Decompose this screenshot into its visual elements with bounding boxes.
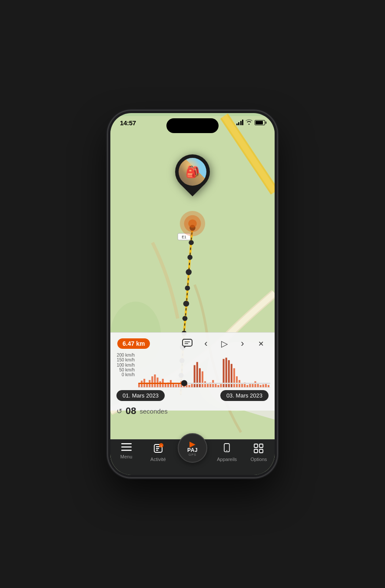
scrubber-track[interactable]	[138, 379, 270, 388]
options-icon	[253, 443, 264, 455]
distance-badge: 6.47 km	[117, 338, 150, 349]
paj-logo: PAJ	[187, 447, 198, 453]
appareils-icon	[222, 443, 232, 455]
tab-options-label: Options	[250, 457, 267, 462]
tab-menu-label: Menu	[120, 454, 133, 459]
svg-rect-20	[183, 339, 192, 346]
status-time: 14:57	[120, 119, 136, 127]
date-start-badge: 01. Mars 2023	[116, 390, 165, 401]
svg-text:E1: E1	[182, 235, 186, 239]
paj-center-button[interactable]: ▶ PAJ GPS	[178, 433, 207, 463]
tab-activite-label: Activité	[150, 457, 166, 462]
tab-appareils[interactable]: Appareils	[214, 443, 240, 462]
activite-icon: !	[153, 443, 163, 455]
playback-value: 08	[126, 405, 136, 417]
chart-panel: 6.47 km ‹ ▷ › ✕ 200 km/h	[110, 332, 275, 411]
tab-menu[interactable]: Menu	[113, 443, 139, 459]
speed-label-50: 50 km/h	[112, 368, 135, 372]
wifi-icon	[246, 119, 252, 126]
svg-rect-74	[121, 443, 132, 444]
speed-chart-area: 200 km/h 150 km/h 100 km/h 50 km/h 0 km/…	[110, 353, 270, 388]
svg-rect-75	[121, 447, 132, 448]
tab-appareils-label: Appareils	[217, 457, 237, 462]
svg-rect-76	[121, 450, 132, 451]
tab-activite[interactable]: ! Activité	[145, 443, 171, 462]
chart-controls-row: 6.47 km ‹ ▷ › ✕	[110, 333, 275, 353]
speed-label-100: 100 km/h	[112, 363, 135, 368]
speed-labels: 200 km/h 150 km/h 100 km/h 50 km/h 0 km/…	[110, 353, 136, 377]
signal-icon	[236, 120, 244, 125]
dynamic-island	[166, 118, 219, 133]
svg-rect-83	[259, 444, 263, 448]
location-pin[interactable]: 🎒	[175, 154, 210, 198]
speed-label-0: 0 km/h	[112, 372, 135, 377]
date-labels: 01. Mars 2023 03. Mars 2023	[110, 388, 275, 404]
phone-screen: 14:57	[110, 113, 275, 475]
phone-outer: 14:57	[108, 110, 277, 478]
paj-gps-label: GPS	[189, 453, 196, 456]
status-icons	[236, 119, 266, 126]
next-button[interactable]: ›	[236, 337, 249, 351]
play-button[interactable]: ▷	[217, 337, 231, 351]
playback-unit: secondes	[139, 408, 167, 415]
backpack-icon: 🎒	[186, 165, 199, 179]
message-button[interactable]	[180, 336, 195, 351]
date-end-badge: 03. Mars 2023	[220, 390, 269, 401]
menu-icon	[121, 443, 132, 453]
svg-rect-84	[254, 449, 258, 453]
refresh-icon[interactable]: ↺	[116, 407, 122, 415]
tab-options[interactable]: Options	[246, 443, 272, 462]
svg-rect-82	[254, 444, 258, 448]
svg-text:!: !	[161, 445, 162, 448]
battery-icon	[255, 120, 265, 125]
scrubber-thumb[interactable]	[181, 380, 187, 386]
speed-label-150: 150 km/h	[112, 357, 135, 362]
playback-row: ↺ 08 secondes	[110, 404, 275, 419]
svg-rect-85	[259, 449, 263, 453]
prev-button[interactable]: ‹	[199, 337, 213, 351]
close-button[interactable]: ✕	[254, 337, 268, 351]
speed-label-200: 200 km/h	[112, 353, 135, 357]
svg-point-81	[226, 450, 227, 451]
